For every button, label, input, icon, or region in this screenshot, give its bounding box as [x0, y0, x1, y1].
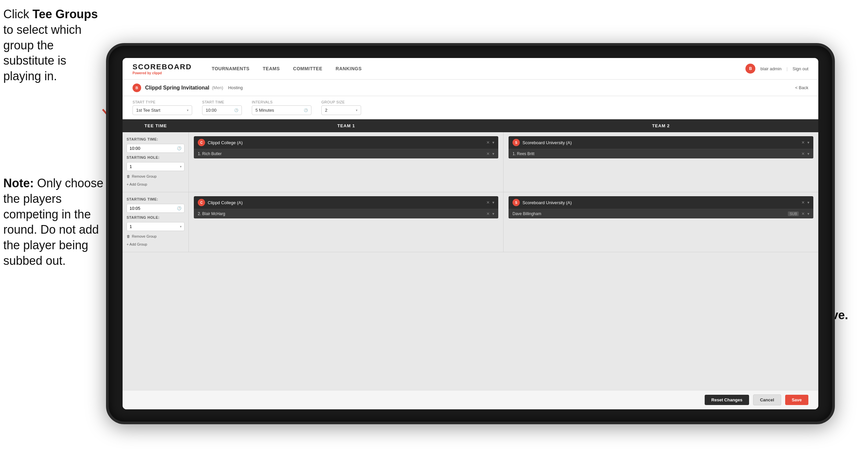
- starting-time-label-1: STARTING TIME:: [127, 137, 185, 141]
- chevron-icon-p2-2[interactable]: ▾: [807, 211, 809, 216]
- note-text: Note: Only choose the players competing …: [3, 176, 106, 269]
- team2-header-1: S Scoreboard University (A) ✕ ▾: [508, 136, 813, 149]
- team2-badge-1: S: [513, 139, 520, 146]
- close-icon-t2-2[interactable]: ✕: [801, 200, 805, 205]
- hole-input-2[interactable]: 1 ▾: [127, 222, 185, 231]
- starting-time-label-2: STARTING TIME:: [127, 197, 185, 201]
- team2-group2: S Scoreboard University (A) ✕ ▾ Dave Bil…: [503, 192, 818, 252]
- col-team2: Team 2: [503, 119, 818, 132]
- team2-group1: S Scoreboard University (A) ✕ ▾ 1. Rees …: [503, 132, 818, 192]
- note-line1: Only choose the players competing in the…: [3, 176, 103, 267]
- player-name-1-1: 1. Rich Butler: [198, 151, 484, 156]
- chevron-icon-p2[interactable]: ▾: [807, 151, 809, 156]
- sign-out-link[interactable]: Sign out: [793, 66, 808, 71]
- player-name-2-1: 1. Rees Britt: [513, 151, 799, 156]
- team2-controls-1: ✕ ▾: [801, 140, 809, 145]
- starting-hole-label-2: STARTING HOLE:: [127, 215, 185, 220]
- group-row-1: STARTING TIME: 10:00 🕐 STARTING HOLE: 1 …: [123, 132, 818, 192]
- player-sub-tag: SUB: [788, 211, 799, 216]
- intervals-input[interactable]: 5 Minutes 🕐: [252, 106, 311, 115]
- close-icon-t2[interactable]: ✕: [801, 140, 805, 145]
- team2-name-2: Scoreboard University (A): [523, 200, 799, 205]
- chevron-down-icon-2: ▾: [356, 108, 358, 112]
- instruction-bold: Tee Groups: [32, 7, 98, 21]
- chevron-icon-t2[interactable]: ▾: [807, 140, 809, 145]
- logo-scoreboard: SCOREBOARD: [132, 63, 192, 71]
- settings-row: Start Type 1st Tee Start ▾ Start Time 10…: [123, 96, 818, 119]
- team1-name-2: Clippd College (A): [208, 200, 484, 205]
- team1-header-2: C Clippd College (A) ✕ ▾: [194, 196, 498, 209]
- cancel-button[interactable]: Cancel: [753, 395, 781, 405]
- team1-card-1: C Clippd College (A) ✕ ▾ 1. Rich Butler: [194, 136, 498, 158]
- start-time-input[interactable]: 10:00 🕐: [202, 106, 242, 115]
- nav-links: TOURNAMENTS TEAMS COMMITTEE RANKINGS: [205, 63, 745, 74]
- username: blair admin: [760, 66, 781, 71]
- time-input-1[interactable]: 10:00 🕐: [127, 144, 185, 153]
- chevron-icon-t2-2[interactable]: ▾: [807, 200, 809, 205]
- table-header: Tee Time Team 1 Team 2: [123, 119, 818, 132]
- close-icon-t1[interactable]: ✕: [486, 140, 490, 145]
- save-button[interactable]: Save: [785, 395, 808, 405]
- group-size-field: Group Size 2 ▾: [321, 100, 361, 115]
- team1-controls-1: ✕ ▾: [486, 140, 494, 145]
- remove-group-button-2[interactable]: 🗑 Remove Group: [127, 234, 185, 239]
- table-body: STARTING TIME: 10:00 🕐 STARTING HOLE: 1 …: [123, 132, 818, 390]
- close-icon-p1[interactable]: ✕: [486, 151, 490, 156]
- time-input-2[interactable]: 10:05 🕐: [127, 204, 185, 213]
- add-group-button-2[interactable]: + Add Group: [127, 242, 185, 247]
- close-icon-p1-2[interactable]: ✕: [486, 211, 490, 216]
- event-title: Clippd Spring Invitational: [145, 85, 209, 91]
- intervals-field: Intervals 5 Minutes 🕐: [252, 100, 311, 115]
- chevron-icon-t1[interactable]: ▾: [492, 140, 494, 145]
- group-size-input[interactable]: 2 ▾: [321, 106, 361, 115]
- hole-input-1[interactable]: 1 ▾: [127, 162, 185, 171]
- player-controls-1-2: ✕ ▾: [486, 211, 494, 216]
- chevron-icon-p1[interactable]: ▾: [492, 151, 494, 156]
- team2-header-2: S Scoreboard University (A) ✕ ▾: [508, 196, 813, 209]
- reset-changes-button[interactable]: Reset Changes: [705, 395, 749, 405]
- team2-card-1: S Scoreboard University (A) ✕ ▾ 1. Rees …: [508, 136, 813, 158]
- player-row-1-1: 1. Rich Butler ✕ ▾: [194, 149, 498, 158]
- chevron-down-icon: ▾: [187, 108, 188, 112]
- nav-teams[interactable]: TEAMS: [256, 63, 286, 74]
- add-group-button-1[interactable]: + Add Group: [127, 182, 185, 187]
- close-icon-p2[interactable]: ✕: [801, 151, 805, 156]
- start-type-input[interactable]: 1st Tee Start ▾: [132, 106, 192, 115]
- intervals-label: Intervals: [252, 100, 311, 104]
- clock-icon-3: 🕐: [177, 146, 182, 150]
- clock-icon: 🕐: [234, 108, 238, 112]
- footer-bar: Reset Changes Cancel Save: [123, 390, 818, 409]
- main-content: Tee Time Team 1 Team 2 STARTING TIME: 10…: [123, 119, 818, 390]
- sub-header-badge: B: [132, 84, 141, 92]
- team2-card-2: S Scoreboard University (A) ✕ ▾ Dave Bil…: [508, 196, 813, 218]
- tablet-screen: SCOREBOARD Powered by clippd TOURNAMENTS…: [123, 58, 818, 409]
- hosting-label: Hosting: [228, 85, 243, 90]
- nav-committee[interactable]: COMMITTEE: [286, 63, 329, 74]
- team1-group2: C Clippd College (A) ✕ ▾ 2. Blair McHarg: [189, 192, 503, 252]
- close-icon-p2-2[interactable]: ✕: [801, 211, 805, 216]
- chevron-icon-t1-2[interactable]: ▾: [492, 200, 494, 205]
- col-tee-time: Tee Time: [123, 119, 189, 132]
- remove-group-button-1[interactable]: 🗑 Remove Group: [127, 174, 185, 179]
- instruction-text: Click Tee Groups to select which group t…: [3, 7, 106, 84]
- team2-name-1: Scoreboard University (A): [523, 140, 799, 145]
- team1-controls-2: ✕ ▾: [486, 200, 494, 205]
- close-icon-t1-2[interactable]: ✕: [486, 200, 490, 205]
- start-type-label: Start Type: [132, 100, 192, 104]
- nav-right: B blair admin | Sign out: [745, 64, 808, 74]
- nav-tournaments[interactable]: TOURNAMENTS: [205, 63, 256, 74]
- user-avatar: B: [745, 64, 755, 74]
- group-left-1: STARTING TIME: 10:00 🕐 STARTING HOLE: 1 …: [123, 132, 189, 192]
- nav-rankings[interactable]: RANKINGS: [329, 63, 368, 74]
- starting-hole-label-1: STARTING HOLE:: [127, 155, 185, 159]
- clock-icon-2: 🕐: [304, 108, 308, 112]
- chevron-icon-p1-2[interactable]: ▾: [492, 211, 494, 216]
- navbar: SCOREBOARD Powered by clippd TOURNAMENTS…: [123, 58, 818, 80]
- col-team1: Team 1: [189, 119, 503, 132]
- team2-controls-2: ✕ ▾: [801, 200, 809, 205]
- trash-icon-2: 🗑: [127, 234, 130, 238]
- team1-name-1: Clippd College (A): [208, 140, 484, 145]
- start-time-field: Start Time 10:00 🕐: [202, 100, 242, 115]
- back-button[interactable]: < Back: [795, 85, 808, 90]
- group-row-2: STARTING TIME: 10:05 🕐 STARTING HOLE: 1 …: [123, 192, 818, 252]
